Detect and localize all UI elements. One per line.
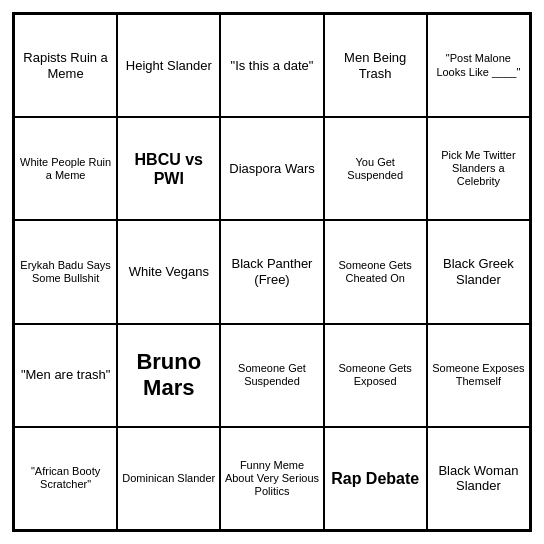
bingo-cell-10: Erykah Badu Says Some Bullshit — [14, 220, 117, 323]
bingo-cell-23: Rap Debate — [324, 427, 427, 530]
bingo-cell-2: "Is this a date" — [220, 14, 323, 117]
bingo-cell-21: Dominican Slander — [117, 427, 220, 530]
bingo-cell-13: Someone Gets Cheated On — [324, 220, 427, 323]
bingo-cell-5: White People Ruin a Meme — [14, 117, 117, 220]
bingo-cell-20: "African Booty Scratcher" — [14, 427, 117, 530]
bingo-cell-14: Black Greek Slander — [427, 220, 530, 323]
bingo-cell-0: Rapists Ruin a Meme — [14, 14, 117, 117]
bingo-cell-18: Someone Gets Exposed — [324, 324, 427, 427]
bingo-cell-9: Pick Me Twitter Slanders a Celebrity — [427, 117, 530, 220]
bingo-cell-4: "Post Malone Looks Like ____" — [427, 14, 530, 117]
bingo-cell-15: "Men are trash" — [14, 324, 117, 427]
bingo-cell-17: Someone Get Suspended — [220, 324, 323, 427]
bingo-cell-3: Men Being Trash — [324, 14, 427, 117]
bingo-cell-19: Someone Exposes Themself — [427, 324, 530, 427]
bingo-cell-12: Black Panther (Free) — [220, 220, 323, 323]
bingo-cell-22: Funny Meme About Very Serious Politics — [220, 427, 323, 530]
bingo-cell-7: Diaspora Wars — [220, 117, 323, 220]
bingo-cell-8: You Get Suspended — [324, 117, 427, 220]
bingo-cell-6: HBCU vs PWI — [117, 117, 220, 220]
bingo-board: Rapists Ruin a MemeHeight Slander"Is thi… — [12, 12, 532, 532]
bingo-cell-24: Black Woman Slander — [427, 427, 530, 530]
bingo-cell-11: White Vegans — [117, 220, 220, 323]
bingo-cell-1: Height Slander — [117, 14, 220, 117]
bingo-cell-16: Bruno Mars — [117, 324, 220, 427]
